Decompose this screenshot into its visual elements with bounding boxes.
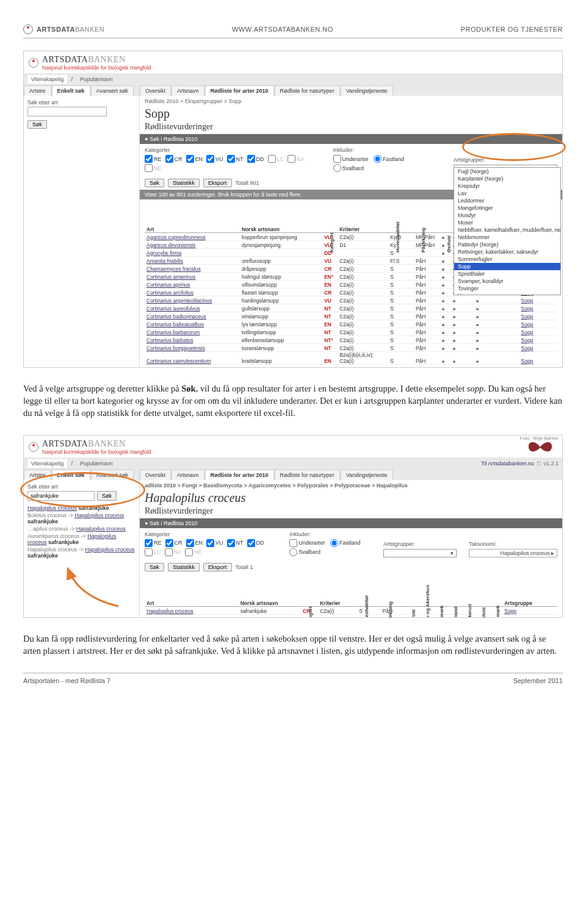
chk-cat-re[interactable]: RE [145, 155, 162, 163]
species-link[interactable]: Chamaemyces fracidus [146, 266, 201, 272]
chk-cat-na[interactable]: NA [165, 548, 182, 556]
species-link[interactable]: Cortinarius argenteolilacinus [146, 298, 212, 304]
tab-rodliste-natur[interactable]: Rødliste for naturtyper [275, 85, 340, 96]
species-link[interactable]: Cortinarius barbarorum [146, 329, 200, 335]
chk-cat-en[interactable]: EN [186, 155, 203, 163]
col-kriterier[interactable]: Kriterier [318, 578, 357, 607]
tab-artstre[interactable]: Artstre [24, 85, 51, 96]
species-link[interactable]: Cortinarius aureofulvus [146, 306, 200, 312]
species-group-link[interactable]: Sopp [521, 298, 534, 304]
chk-cat-re[interactable]: RE [145, 539, 162, 547]
chk-cat-vu[interactable]: VU [206, 539, 223, 547]
chk-underarter[interactable]: Underarter [289, 539, 325, 547]
table-row[interactable]: Cortinarius barbarorumtvillingslørsoppNT… [145, 328, 557, 335]
dropdown-option[interactable]: Tovinger [454, 285, 560, 292]
species-link[interactable]: Amanita friabilis [146, 258, 183, 264]
tab-enkelt-sok[interactable]: Enkelt søk [52, 85, 90, 96]
species-group-link[interactable]: Sopp [521, 313, 534, 320]
species-group-link[interactable]: Sopp [521, 345, 534, 351]
doc-url-link[interactable]: WWW.ARTSDATABANKEN.NO [232, 26, 333, 33]
search-input[interactable] [27, 107, 107, 116]
species-group-link[interactable]: Sopp [504, 608, 516, 614]
species-group-link[interactable]: Sopp [521, 321, 534, 328]
dropdown-option[interactable]: Sopp [454, 263, 560, 270]
radio-fastland[interactable]: Fastland [330, 539, 361, 547]
chk-cat-en[interactable]: EN [186, 539, 203, 547]
tab-enkelt-sok[interactable]: Enkelt søk [52, 470, 90, 480]
species-link[interactable]: Cortinarius anserinus [146, 274, 195, 280]
col-kriterier[interactable]: Kriterier [338, 203, 388, 232]
species-link[interactable]: Cortinarius borgsjoeënsis [146, 345, 205, 351]
chk-cat-lc[interactable]: LC [268, 155, 284, 163]
filter-sok-button[interactable]: Søk [145, 563, 164, 571]
species-link[interactable]: Agaricus cupreobrunneus [146, 234, 206, 240]
species-link[interactable]: Cortinarius barbatus [146, 337, 194, 343]
search-button[interactable]: Søk [27, 120, 47, 129]
species-link[interactable]: Agaricus devoniensis [146, 242, 195, 248]
species-link[interactable]: Cortinarius caerulescentium [146, 358, 211, 364]
species-link[interactable]: Hapalopilus croceus [146, 608, 194, 614]
radio-svalbard[interactable]: Svalbard [289, 548, 320, 556]
tab-rodliste-arter[interactable]: Rødliste for arter 2010 [205, 85, 274, 96]
chk-cat-cr[interactable]: CR [165, 539, 183, 547]
col-artsgruppe[interactable]: Artsgruppe [502, 578, 557, 607]
back-link[interactable]: Til Artsdatabanken.no [481, 460, 534, 467]
dropdown-option[interactable]: Krepsdyr [454, 182, 560, 190]
table-row[interactable]: Cortinarius balteatoalbuslys lærslørsopp… [145, 320, 557, 328]
tab-varsling[interactable]: Varslingstjeneste [341, 85, 393, 96]
radio-svalbard[interactable]: Svalbard [333, 164, 364, 172]
name-toggle[interactable]: Vitenskapelig/ Populærnavn [27, 459, 116, 468]
tab-rodliste-natur[interactable]: Rødliste for naturtyper [275, 470, 340, 480]
species-group-link[interactable]: Sopp [521, 306, 534, 312]
col-norsk[interactable]: Norsk artsnavn [239, 578, 301, 607]
species-group-link[interactable]: Sopp [521, 337, 534, 343]
col-kategori[interactable]: Kategori [329, 245, 335, 252]
dropdown-option[interactable]: Moser [454, 219, 560, 226]
breadcrumb[interactable]: adliste 2010 > Fungi > Basidiomycota > A… [140, 480, 562, 491]
filter-eksport-button[interactable]: Eksport [203, 563, 232, 571]
tab-rodliste-arter[interactable]: Rødliste for arter 2010 [205, 470, 274, 480]
dropdown-option[interactable]: Rettvinger, kakerlakker, saksedyr [454, 248, 560, 256]
tab-avansert-sok[interactable]: Avansert søk [91, 85, 134, 96]
toggle-popular[interactable]: Populærnavn [76, 75, 117, 84]
name-toggle[interactable]: Vitenskapelig/ Populærnavn [27, 75, 116, 84]
table-row[interactable]: Cortinarius aureofulvusgullslørsoppNTC2a… [145, 304, 557, 312]
tab-artsnavn[interactable]: Artsnavn [172, 470, 204, 480]
suggestion-item[interactable]: Boletus croceus -> Hapalopilus croceus s… [24, 512, 139, 525]
species-link[interactable]: Agrocybe firma [146, 250, 181, 256]
col-norsk[interactable]: Norsk artsnavn [240, 203, 322, 232]
table-row[interactable]: Cortinarius badiovinaceusvinslørsoppNTC2… [145, 312, 557, 320]
chk-cat-nt[interactable]: NT [227, 539, 244, 547]
chk-cat-lc[interactable]: LC [145, 548, 161, 556]
chk-cat-dd[interactable]: DD [247, 155, 264, 163]
dropdown-option[interactable]: Mangefotinger [454, 204, 560, 212]
suggestion-item[interactable]: Hapalopilus croceus safrankjuke [24, 504, 139, 512]
taxonomy-chip[interactable]: Hapalopilus croceus ▸ [469, 549, 557, 557]
chk-cat-nt[interactable]: NT [227, 155, 244, 163]
artsgrupper-select[interactable]: ▾ [383, 549, 457, 557]
chk-cat-ne[interactable]: NE [145, 164, 162, 172]
dropdown-option[interactable]: Nebbmunner [454, 234, 560, 241]
suggestion-item[interactable]: Aurantiporus croceus -> Hapalopilus croc… [24, 532, 139, 546]
tab-artstre[interactable]: Artstre [24, 470, 51, 480]
table-row[interactable]: Cortinarius borgsjoeënsistusseslørsoppNT… [145, 343, 557, 351]
toggle-scientific[interactable]: Vitenskapelig [27, 459, 67, 468]
chk-cat-cr[interactable]: CR [165, 155, 183, 163]
col-pavirkning[interactable]: Påvirkning [421, 245, 426, 252]
chk-cat-ne[interactable]: NE [185, 548, 202, 556]
search-input[interactable] [27, 491, 95, 501]
filter-sok-button[interactable]: Søk [145, 179, 164, 187]
dropdown-option[interactable]: Pattedyr (Norge) [454, 241, 560, 248]
tab-oversikt[interactable]: Oversikt [140, 470, 171, 480]
dropdown-option[interactable]: Karplanter (Norge) [454, 175, 560, 182]
dropdown-option[interactable]: Sommerfugler [454, 256, 560, 263]
suggestion-item[interactable]: Hapalopilus croceus -> Hapalopilus croce… [24, 546, 139, 559]
dropdown-option[interactable]: Leddormer [454, 197, 560, 204]
table-row[interactable]: Cortinarius barbatuselfenbensslørsoppNT°… [145, 335, 557, 343]
tab-artsnavn[interactable]: Artsnavn [172, 85, 204, 96]
species-link[interactable]: Cortinarius balteatoalbus [146, 321, 204, 328]
filter-eksport-button[interactable]: Eksport [203, 179, 232, 187]
dropdown-option[interactable]: Spretthaler [454, 270, 560, 278]
filter-statistikk-button[interactable]: Statistikk [168, 563, 200, 571]
dropdown-option[interactable]: Mosdyr [454, 212, 560, 219]
